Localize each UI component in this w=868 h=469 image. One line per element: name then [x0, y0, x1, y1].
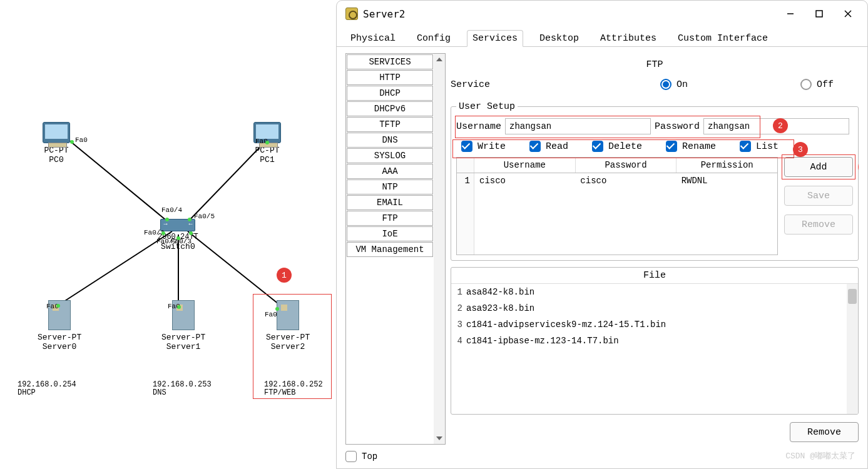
port-label: Fa0/5 [194, 213, 215, 220]
device-name: Server1 [161, 342, 205, 351]
col-permission: Permission [677, 158, 777, 173]
window-title: Server2 [363, 8, 776, 20]
service-item-ntp[interactable]: NTP [347, 179, 433, 194]
service-item-aaa[interactable]: AAA [347, 164, 433, 179]
users-table[interactable]: Username Password Permission 1 cisco cis… [456, 157, 778, 255]
file-index: 3 [451, 320, 466, 330]
tab-attributes[interactable]: Attributes [595, 31, 661, 46]
radio-on-label: On [677, 79, 688, 90]
top-label: Top [362, 451, 377, 461]
service-item-syslog[interactable]: SYSLOG [347, 148, 433, 163]
port-label: Fa0/3 [171, 238, 191, 245]
link-status-dot [189, 231, 193, 235]
file-row[interactable]: 1asa842-k8.bin [451, 284, 858, 300]
device-type: Server-PT [161, 333, 205, 342]
file-index: 4 [451, 336, 466, 346]
save-button[interactable]: Save [784, 186, 853, 206]
link-status-dot [177, 305, 181, 309]
annotation-badge-4: 4 [858, 159, 859, 174]
tab-services[interactable]: Services [467, 30, 523, 47]
service-item-email[interactable]: EMAIL [347, 195, 433, 210]
remove-file-button[interactable]: Remove [790, 422, 859, 442]
service-item-ftp[interactable]: FTP [347, 211, 433, 226]
server-ip: 192.168.0.254 [18, 380, 76, 389]
file-row[interactable]: 2asa923-k8.bin [451, 300, 858, 316]
user-setup-legend: User Setup [456, 101, 518, 112]
file-row[interactable]: 3c1841-advipservicesk9-mz.124-15.T1.bin [451, 316, 858, 333]
service-item-ioe[interactable]: IoE [347, 226, 433, 241]
link-status-dot [56, 304, 60, 308]
maximize-button[interactable] [805, 4, 834, 24]
service-item-dhcp[interactable]: DHCP [347, 86, 433, 101]
table-row[interactable]: 1 cisco cisco RWDNL [457, 173, 777, 255]
cell-permission: RWDNL [677, 173, 777, 255]
device-name: Server0 [38, 342, 81, 351]
tab-config[interactable]: Config [412, 31, 456, 46]
scrollbar-thumb[interactable] [848, 289, 857, 304]
service-item-tftp[interactable]: TFTP [347, 117, 433, 132]
user-setup-group: User Setup 2 3 Username Password Write R… [451, 101, 859, 261]
tab-physical[interactable]: Physical [345, 31, 401, 46]
service-item-dhcpv6[interactable]: DHCPv6 [347, 101, 433, 116]
service-item-vm[interactable]: VM Management [347, 242, 433, 257]
ftp-config-pane: FTP Service On Off User Setup [451, 53, 859, 445]
service-item-http[interactable]: HTTP [347, 70, 433, 85]
svg-line-0 [66, 138, 172, 225]
device-name: PC1 [253, 155, 281, 164]
window-controls [776, 4, 862, 24]
server-ip: 192.168.0.253 [153, 380, 212, 389]
annotation-box-2 [455, 116, 760, 138]
file-row[interactable]: 4c1841-ipbase-mz.123-14.T7.bin [451, 333, 858, 349]
server-svc: DHCP [18, 388, 36, 397]
top-checkbox[interactable] [345, 451, 357, 462]
pane-title: FTP [451, 59, 859, 70]
device-type: Server-PT [38, 333, 81, 342]
annotation-box-4 [782, 154, 855, 179]
server-config-dialog: Server2 Physical Config Services Desktop… [336, 0, 868, 469]
col-password: Password [576, 158, 677, 173]
service-label: Service [451, 79, 490, 90]
device-name: PC0 [43, 155, 70, 164]
annotation-box-3 [452, 139, 794, 158]
file-list-section: File 1asa842-k8.bin 2asa923-k8.bin 3c184… [451, 267, 859, 415]
topology-canvas[interactable]: PC-PT PC0 Fa0 PC-PT PC1 Fa0 2960-24TT Sw… [0, 0, 336, 469]
service-item-services[interactable]: SERVICES [347, 54, 433, 69]
watermark: CSDN @嘟嘟太菜了 [785, 450, 855, 461]
titlebar[interactable]: Server2 [337, 1, 867, 27]
annotation-badge-2: 2 [773, 118, 788, 133]
file-name: asa923-k8.bin [466, 303, 534, 313]
services-scrollbar[interactable] [434, 54, 445, 444]
server-icon [345, 8, 358, 20]
svg-rect-6 [816, 11, 822, 17]
device-pc0[interactable]: PC-PT PC0 [43, 122, 70, 164]
annotation-badge-1: 1 [277, 268, 292, 283]
link-status-dot [161, 231, 165, 235]
radio-on-icon [660, 79, 671, 90]
tab-bar: Physical Config Services Desktop Attribu… [337, 27, 867, 47]
radio-on[interactable]: On [660, 79, 688, 90]
row-index: 1 [457, 173, 474, 255]
file-scrollbar[interactable] [847, 284, 858, 414]
col-username: Username [474, 158, 576, 173]
link-status-dot [176, 236, 180, 240]
tab-desktop[interactable]: Desktop [534, 31, 584, 46]
link-status-dot [70, 140, 74, 144]
server-svc: DNS [153, 388, 166, 397]
services-sidebar: SERVICES HTTP DHCP DHCPv6 TFTP DNS SYSLO… [345, 53, 446, 445]
service-item-dns[interactable]: DNS [347, 133, 433, 148]
file-index: 2 [451, 303, 466, 313]
minimize-button[interactable] [776, 4, 805, 24]
close-button[interactable] [834, 4, 862, 24]
link-status-dot [165, 218, 169, 221]
file-index: 1 [451, 287, 466, 297]
remove-user-button[interactable]: Remove [784, 214, 853, 234]
radio-off[interactable]: Off [800, 79, 834, 90]
radio-off-icon [800, 79, 812, 90]
cell-username: cisco [474, 173, 575, 255]
annotation-badge-3: 3 [793, 142, 808, 157]
tab-custom-interface[interactable]: Custom Interface [673, 31, 773, 46]
radio-off-label: Off [817, 79, 834, 90]
file-list[interactable]: 1asa842-k8.bin 2asa923-k8.bin 3c1841-adv… [451, 284, 858, 414]
device-server0[interactable]: Server-PT Server0 [38, 300, 81, 351]
annotation-box-1 [253, 294, 332, 399]
